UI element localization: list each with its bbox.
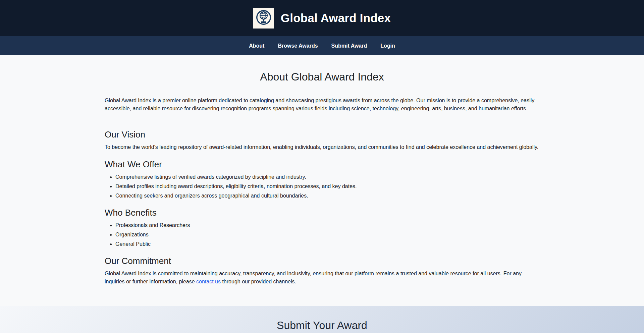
submit-award-section: Submit Your Award <box>0 306 644 333</box>
nav-link-login[interactable]: Login <box>380 43 395 49</box>
site-logo <box>253 8 274 29</box>
vision-paragraph: To become the world's leading repository… <box>105 143 539 151</box>
main-nav: About Browse Awards Submit Award Login <box>0 36 644 55</box>
contact-us-link[interactable]: contact us <box>196 279 221 284</box>
globe-trophy-icon <box>255 8 273 28</box>
list-item: Organizations <box>115 231 539 238</box>
benefits-list: Professionals and Researchers Organizati… <box>105 221 539 248</box>
list-item: Connecting seekers and organizers across… <box>115 192 539 200</box>
offer-heading: What We Offer <box>105 159 539 170</box>
list-item: Comprehensive listings of verified award… <box>115 173 539 181</box>
page-title: About Global Award Index <box>105 71 539 83</box>
about-content: About Global Award Index Global Award In… <box>105 55 539 286</box>
list-item: Detailed profiles including award descri… <box>115 182 539 190</box>
commitment-heading: Our Commitment <box>105 256 539 266</box>
nav-link-submit-award[interactable]: Submit Award <box>331 43 367 49</box>
site-title: Global Award Index <box>281 11 391 25</box>
vision-heading: Our Vision <box>105 129 539 140</box>
offer-list: Comprehensive listings of verified award… <box>105 173 539 200</box>
about-intro-paragraph: Global Award Index is a premier online p… <box>105 97 539 113</box>
commitment-text-before: Global Award Index is committed to maint… <box>105 271 522 284</box>
site-header: Global Award Index <box>0 0 644 36</box>
list-item: Professionals and Researchers <box>115 221 539 229</box>
nav-link-about[interactable]: About <box>249 43 264 49</box>
nav-link-browse-awards[interactable]: Browse Awards <box>278 43 318 49</box>
commitment-text-after: through our provided channels. <box>221 279 296 284</box>
submit-section-heading: Submit Your Award <box>277 319 367 332</box>
commitment-paragraph: Global Award Index is committed to maint… <box>105 270 539 286</box>
benefits-heading: Who Benefits <box>105 208 539 218</box>
about-page: About Global Award Index Global Award In… <box>0 55 644 306</box>
list-item: General Public <box>115 240 539 248</box>
